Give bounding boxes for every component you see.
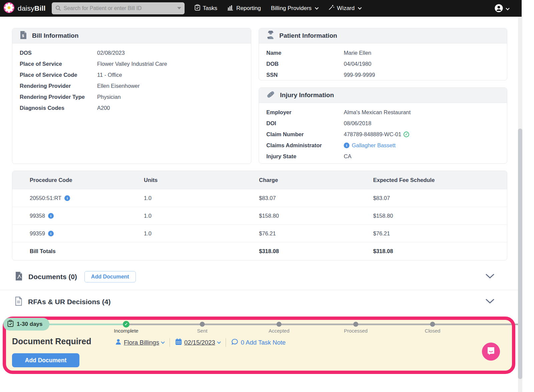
user-menu[interactable] <box>494 4 509 14</box>
chevron-down-icon <box>358 6 361 9</box>
field-label: DOB <box>266 61 344 67</box>
units-cell: 1.0 <box>144 213 259 219</box>
nav-billing-providers[interactable]: Billing Providers <box>271 5 318 12</box>
field-label: Place of Service Code <box>20 72 97 78</box>
bill-totals-label: Bill Totals <box>30 248 144 254</box>
units-cell: 1.0 <box>144 230 259 237</box>
chevron-down-icon[interactable] <box>486 274 494 280</box>
expected-cell: $76.21 <box>373 230 507 237</box>
bill-totals-row: Bill Totals $318.08 $318.08 <box>12 242 507 260</box>
field-label: Employer <box>266 109 344 116</box>
charge-cell: $83.07 <box>259 195 373 201</box>
rfas-section: RFAs & UR Decisions (4) <box>0 290 520 314</box>
field-label: Name <box>266 50 344 56</box>
charge-cell: $76.21 <box>259 230 373 237</box>
field-label: Injury State <box>266 153 344 160</box>
field-label: SSN <box>266 72 344 78</box>
chat-widget-button[interactable] <box>482 343 500 361</box>
nav-reporting-label: Reporting <box>236 5 261 12</box>
bandage-icon <box>266 90 275 101</box>
field-label: Rendering Provider Type <box>20 94 97 100</box>
field-value: Physician <box>97 94 121 100</box>
step-label-sent: Sent <box>197 328 208 334</box>
chevron-down-icon[interactable] <box>161 340 165 344</box>
field-value: 08/06/2018 <box>344 120 371 127</box>
claims-administrator-value: i Gallagher Bassett <box>344 142 395 149</box>
claim-number-text: 478789-848889-WC-01 <box>344 131 401 138</box>
bill-information-card: $ Bill Information DOS02/08/2023 Place o… <box>12 28 251 164</box>
injury-information-body: EmployerAlma's Mexican Restaurant DOI08/… <box>259 103 507 166</box>
patient-information-body: NameMarie Ellen DOB04/04/1980 SSN999-99-… <box>259 43 507 84</box>
scrollbar-thumb[interactable] <box>518 129 522 379</box>
svg-text:$: $ <box>22 34 24 38</box>
daisybill-logo[interactable]: daisyBill <box>3 2 46 15</box>
info-icon[interactable]: i <box>64 195 70 201</box>
documents-section: Documents (0) Add Document <box>0 264 520 290</box>
step-label-closed: Closed <box>425 328 441 334</box>
injury-information-header: Injury Information <box>259 88 507 103</box>
bar-chart-icon <box>227 5 234 12</box>
bill-information-body: DOS02/08/2023 Place of ServiceFlower Val… <box>12 43 251 118</box>
due-date-dropdown[interactable]: 02/15/2023 <box>184 339 215 346</box>
nav-wizard[interactable]: Wizard <box>328 4 361 12</box>
procedures-table: Procedure Code Units Charge Expected Fee… <box>12 171 507 260</box>
divider <box>226 338 226 347</box>
claim-number-value: 478789-848889-WC-01 ✓ <box>344 131 409 138</box>
progress-line-done <box>46 324 126 325</box>
step-dot-incomplete: ✓ <box>123 321 129 328</box>
chat-bubble-icon <box>486 346 496 357</box>
divider <box>170 338 170 347</box>
field-label: DOS <box>20 50 97 56</box>
step-dot-accepted <box>277 322 282 327</box>
table-row: 99358i 1.0 $158.80 $158.80 <box>12 207 507 224</box>
chevron-down-icon[interactable] <box>486 299 494 305</box>
search-dropdown-caret[interactable] <box>177 7 181 9</box>
chevron-down-icon[interactable] <box>217 340 221 344</box>
comment-bubble-icon <box>231 339 238 347</box>
bill-document-icon: $ <box>20 31 27 41</box>
procedures-table-header: Procedure Code Units Charge Expected Fee… <box>12 171 507 189</box>
assignee-dropdown[interactable]: Flora Billings <box>124 339 159 346</box>
nav-billing-providers-label: Billing Providers <box>271 5 312 12</box>
column-header: Procedure Code <box>30 177 144 183</box>
nav-wizard-label: Wizard <box>337 5 355 12</box>
add-document-button[interactable]: Add Document <box>84 271 136 282</box>
daisybill-bill-page: daisyBill Tasks <box>0 0 534 392</box>
patient-information-header: Patient Information <box>259 28 507 43</box>
step-dot-sent <box>200 322 205 327</box>
procedure-code: 99358 <box>30 213 45 219</box>
field-value: Marie Ellen <box>344 50 371 56</box>
info-icon[interactable]: i <box>344 143 349 148</box>
step-dot-closed <box>430 322 435 327</box>
progress-line-pending <box>126 324 518 325</box>
global-search <box>52 2 185 14</box>
chevron-down-icon <box>506 6 509 10</box>
bill-information-title: Bill Information <box>32 32 78 39</box>
step-label-processed: Processed <box>344 328 368 334</box>
field-label: DOI <box>266 120 344 127</box>
chevron-down-icon <box>315 6 318 9</box>
field-value: Alma's Mexican Restaurant <box>344 109 411 116</box>
procedure-code: 20550:51:RT <box>30 195 61 201</box>
magic-wand-icon <box>328 4 334 12</box>
expected-cell: $83.07 <box>373 195 507 201</box>
field-value: Ellen Eisenhower <box>97 83 140 89</box>
calendar-icon <box>175 338 182 347</box>
search-input[interactable] <box>52 2 185 14</box>
injury-information-card: Injury Information EmployerAlma's Mexica… <box>259 87 507 164</box>
claims-administrator-link[interactable]: Gallagher Bassett <box>352 142 395 149</box>
add-task-note-link[interactable]: 0 Add Task Note <box>241 339 286 346</box>
add-document-button-primary[interactable]: Add Document <box>12 353 79 367</box>
info-icon[interactable]: i <box>48 213 54 219</box>
search-icon <box>55 5 61 13</box>
column-header: Charge <box>259 177 373 183</box>
pdf-file-icon <box>15 271 23 282</box>
charge-cell: $158.80 <box>259 213 373 219</box>
field-label: Diagnosis Codes <box>20 105 97 111</box>
nav-reporting[interactable]: Reporting <box>227 5 261 12</box>
nav-tasks[interactable]: Tasks <box>195 4 217 12</box>
step-label-accepted: Accepted <box>269 328 290 334</box>
info-icon[interactable]: i <box>48 231 54 236</box>
rfas-title: RFAs & UR Decisions (4) <box>28 298 110 306</box>
field-value: 02/08/2023 <box>97 50 125 56</box>
